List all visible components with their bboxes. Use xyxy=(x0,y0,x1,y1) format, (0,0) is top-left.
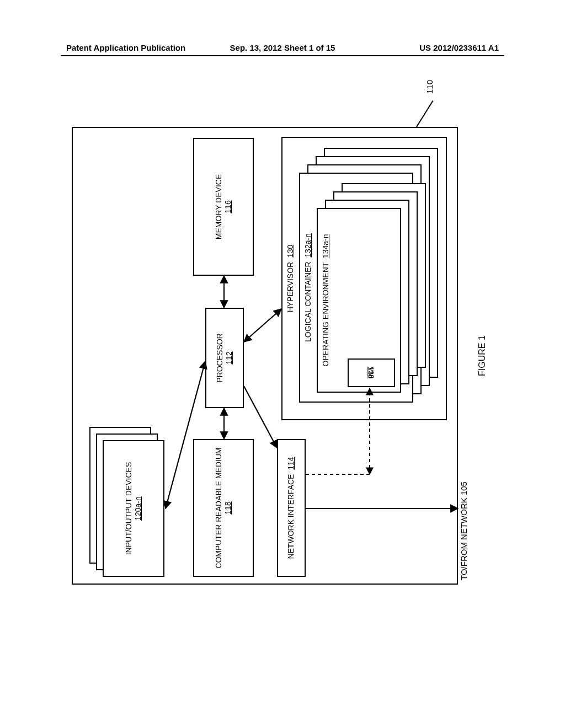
computer-readable-medium-box: COMPUTER READABLE MEDIUM 118 xyxy=(193,439,254,577)
ref-110: 110 xyxy=(425,80,434,94)
oe-ref: 134a-n xyxy=(321,234,330,259)
crm-ref: 118 xyxy=(223,501,233,514)
memory-title: MEMORY DEVICE xyxy=(214,174,224,240)
network-interface-box: NETWORK INTERFACE 114 xyxy=(277,439,306,577)
io-devices-box: INPUT/OUTPUT DEVICES 120a-n xyxy=(103,440,164,577)
processor-title: PROCESSOR xyxy=(215,333,225,382)
io-ref: 120a-n xyxy=(134,496,143,521)
hypervisor-title: HYPERVISOR xyxy=(286,262,295,313)
processor-ref: 112 xyxy=(225,351,234,364)
header-center: Sep. 13, 2012 Sheet 1 of 15 xyxy=(230,43,335,52)
header-left: Patent Application Publication xyxy=(66,43,185,52)
memory-ref: 116 xyxy=(223,200,233,213)
network-label: TO/FROM NETWORK 105 xyxy=(459,481,468,580)
lc-ref: 132a-n xyxy=(303,233,312,258)
vni-ref: 136 xyxy=(367,367,376,379)
vni-box: VNI 136 xyxy=(348,358,395,387)
ni-title: NETWORK INTERFACE xyxy=(286,474,295,559)
header-rule xyxy=(61,55,504,56)
hypervisor-ref: 130 xyxy=(286,245,295,258)
header-right: US 2012/0233611 A1 xyxy=(419,43,499,52)
crm-title: COMPUTER READABLE MEDIUM xyxy=(214,447,224,568)
figure-caption: FIGURE 1 xyxy=(477,127,487,585)
figure-1: INPUT/OUTPUT DEVICES 120a-n COMPUTER REA… xyxy=(72,127,497,585)
memory-device-box: MEMORY DEVICE 116 xyxy=(193,138,254,276)
lc-title: LOGICAL CONTAINER xyxy=(303,261,312,341)
io-title: INPUT/OUTPUT DEVICES xyxy=(124,462,134,555)
processor-box: PROCESSOR 112 xyxy=(205,308,244,408)
leader-line-110 xyxy=(416,100,433,127)
oe-title: OPERATING ENVIRONMENT xyxy=(321,263,330,367)
ni-ref: 114 xyxy=(286,457,295,469)
